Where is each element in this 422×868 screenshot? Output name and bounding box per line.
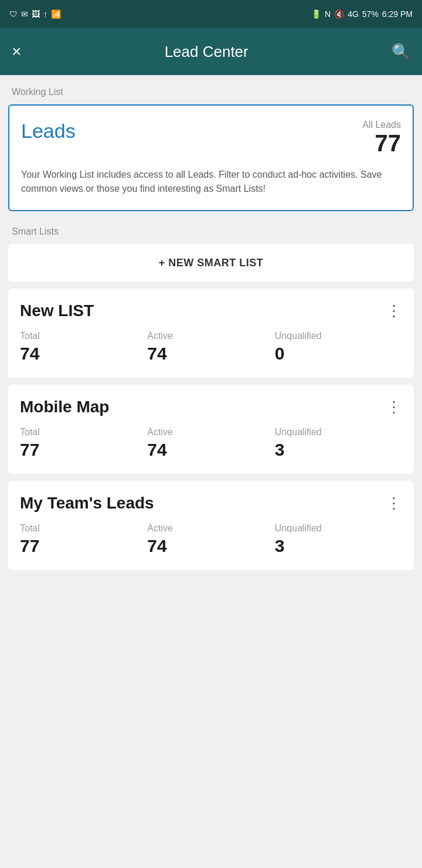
all-leads-label: All Leads <box>362 120 401 130</box>
working-list-description: Your Working List includes access to all… <box>21 168 401 196</box>
working-list-section-label: Working List <box>0 75 422 104</box>
stat-unqualified-label-2: Unqualified <box>275 523 402 534</box>
all-leads-count: 77 <box>375 130 401 156</box>
battery-percent: 57% <box>362 9 379 19</box>
wifi-icon: 📶 <box>51 9 61 19</box>
upload-icon: ↑ <box>43 9 47 19</box>
content-area: Working List Leads All Leads 77 Your Wor… <box>0 75 422 570</box>
search-icon[interactable]: 🔍 <box>392 43 410 61</box>
stat-active-value-1: 74 <box>147 440 274 460</box>
stat-active-value-0: 74 <box>147 344 274 364</box>
stat-unqualified-1: Unqualified 3 <box>275 427 402 460</box>
more-options-icon-1[interactable]: ⋮ <box>386 399 402 415</box>
stat-active-label-2: Active <box>147 523 274 534</box>
battery-save-icon: 🔋 <box>311 9 321 19</box>
stat-unqualified-label-1: Unqualified <box>275 427 402 438</box>
close-button[interactable]: × <box>12 42 21 61</box>
smart-list-stats-1: Total 77 Active 74 Unqualified 3 <box>20 427 402 460</box>
image-icon: 🖼 <box>32 9 40 19</box>
status-bar-right: 🔋 N 🔇 4G 57% 6:29 PM <box>311 9 413 19</box>
stat-unqualified-0: Unqualified 0 <box>275 331 402 364</box>
mail-icon: ✉ <box>21 9 28 19</box>
signal-icon: 4G <box>348 9 359 19</box>
stat-unqualified-2: Unqualified 3 <box>275 523 402 556</box>
stat-active-2: Active 74 <box>147 523 274 556</box>
stat-active-0: Active 74 <box>147 331 274 364</box>
stat-active-1: Active 74 <box>147 427 274 460</box>
stat-unqualified-value-1: 3 <box>275 440 402 460</box>
status-time: 6:29 PM <box>382 9 413 19</box>
shield-icon: 🛡 <box>9 9 18 19</box>
stat-active-label-1: Active <box>147 427 274 438</box>
stat-total-1: Total 77 <box>20 427 147 460</box>
stat-unqualified-value-0: 0 <box>275 344 402 364</box>
stat-total-value-2: 77 <box>20 536 147 556</box>
smart-list-name-0: New LIST <box>20 301 94 320</box>
mute-icon: 🔇 <box>334 9 344 19</box>
status-bar-left: 🛡 ✉ 🖼 ↑ 📶 <box>9 9 61 19</box>
working-list-card[interactable]: Leads All Leads 77 Your Working List inc… <box>8 104 414 211</box>
smart-list-name-2: My Team's Leads <box>20 494 154 513</box>
smart-list-name-1: Mobile Map <box>20 398 109 416</box>
leads-title: Leads <box>21 120 76 143</box>
smart-list-stats-0: Total 74 Active 74 Unqualified 0 <box>20 331 402 364</box>
stat-active-value-2: 74 <box>147 536 274 556</box>
stat-unqualified-label-0: Unqualified <box>275 331 402 341</box>
stat-total-value-0: 74 <box>20 344 147 364</box>
more-options-icon-0[interactable]: ⋮ <box>386 303 402 318</box>
working-list-card-header: Leads All Leads 77 <box>21 120 401 156</box>
stat-total-2: Total 77 <box>20 523 147 556</box>
smart-list-card-2[interactable]: My Team's Leads ⋮ Total 77 Active 74 Unq… <box>8 481 414 570</box>
stat-active-label-0: Active <box>147 331 274 341</box>
smart-list-stats-2: Total 77 Active 74 Unqualified 3 <box>20 523 402 556</box>
stat-total-label-1: Total <box>20 427 147 438</box>
stat-total-0: Total 74 <box>20 331 147 364</box>
stat-total-label-2: Total <box>20 523 147 534</box>
smart-list-card-0[interactable]: New LIST ⋮ Total 74 Active 74 Unqualifie… <box>8 289 414 378</box>
nfc-icon: N <box>325 9 331 19</box>
smart-lists-section-label: Smart Lists <box>0 215 422 244</box>
smart-list-card-header-2: My Team's Leads ⋮ <box>20 494 402 513</box>
page-title: Lead Center <box>165 43 249 61</box>
stat-total-label-0: Total <box>20 331 147 341</box>
new-smart-list-button[interactable]: + NEW SMART LIST <box>8 244 414 282</box>
status-bar: 🛡 ✉ 🖼 ↑ 📶 🔋 N 🔇 4G 57% 6:29 PM <box>0 0 422 28</box>
all-leads-section: All Leads 77 <box>362 120 401 156</box>
smart-lists-section: Smart Lists + NEW SMART LIST New LIST ⋮ … <box>0 215 422 570</box>
smart-list-card-header-0: New LIST ⋮ <box>20 301 402 320</box>
smart-list-card-1[interactable]: Mobile Map ⋮ Total 77 Active 74 Unqualif… <box>8 385 414 474</box>
stat-unqualified-value-2: 3 <box>275 536 402 556</box>
stat-total-value-1: 77 <box>20 440 147 460</box>
more-options-icon-2[interactable]: ⋮ <box>386 496 402 511</box>
smart-list-card-header-1: Mobile Map ⋮ <box>20 398 402 416</box>
app-bar: × Lead Center 🔍 <box>0 28 422 75</box>
